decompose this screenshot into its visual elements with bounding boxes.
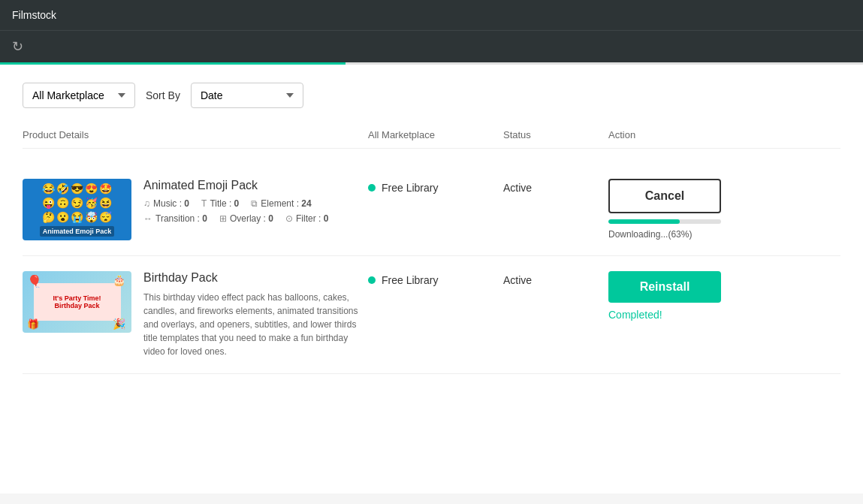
product-title-emoji: Animated Emoji Pack xyxy=(143,179,328,192)
stat-music: ♫ Music : 0 xyxy=(143,198,189,209)
stat-transition: ↔ Transition : 0 xyxy=(143,213,207,224)
product-info-birthday: 🎈 🎂 🎁 🎉 It's Party Time!Birthday Pack Bi… xyxy=(23,271,368,358)
completed-text: Completed! xyxy=(608,309,662,321)
music-icon: ♫ xyxy=(143,198,150,209)
col-marketplace: All Marketplace xyxy=(368,129,503,140)
product-description-birthday: This birthday video effect pack has ball… xyxy=(143,291,368,358)
element-icon: ⧉ xyxy=(251,198,258,209)
status-cell-birthday: Active xyxy=(503,271,608,286)
marketplace-filter[interactable]: All Marketplace Free Library Premium xyxy=(23,83,135,108)
status-dot-emoji xyxy=(368,184,376,192)
col-status: Status xyxy=(503,129,608,140)
download-text: Downloading...(63%) xyxy=(608,229,692,240)
marketplace-cell-birthday: Free Library xyxy=(368,271,503,286)
page-progress-fill xyxy=(0,62,346,65)
table-row: 🎈 🎂 🎁 🎉 It's Party Time!Birthday Pack Bi… xyxy=(23,256,840,374)
filter-row: All Marketplace Free Library Premium Sor… xyxy=(23,83,840,108)
table-header: Product Details All Marketplace Status A… xyxy=(23,129,840,149)
action-cell-emoji: Cancel Downloading...(63%) xyxy=(608,179,840,240)
sort-filter[interactable]: Date Name Size xyxy=(191,83,303,108)
col-action: Action xyxy=(608,129,840,140)
title-bar: Filmstock xyxy=(0,0,863,30)
product-title-birthday: Birthday Pack xyxy=(143,271,368,285)
cancel-button[interactable]: Cancel xyxy=(608,179,721,213)
table-row: 😂🤣😎😍🤩 😜🙃😏🥳😆 🤔😮😭🤯😴 Animated Emoji Pack An… xyxy=(23,164,840,256)
product-info-emoji: 😂🤣😎😍🤩 😜🙃😏🥳😆 🤔😮😭🤯😴 Animated Emoji Pack An… xyxy=(23,179,368,240)
stat-filter: ⊙ Filter : 0 xyxy=(285,213,328,224)
sort-by-label: Sort By xyxy=(146,89,180,101)
marketplace-label-birthday: Free Library xyxy=(382,274,438,286)
overlay-icon: ⊞ xyxy=(219,213,227,224)
status-cell-emoji: Active xyxy=(503,179,608,194)
title-icon: T xyxy=(201,198,207,209)
marketplace-cell-emoji: Free Library xyxy=(368,179,503,194)
toolbar: ↻ xyxy=(0,30,863,62)
stat-overlay: ⊞ Overlay : 0 xyxy=(219,213,273,224)
reinstall-button[interactable]: Reinstall xyxy=(608,271,721,303)
action-cell-birthday: Reinstall Completed! xyxy=(608,271,840,321)
app-title: Filmstock xyxy=(12,9,56,21)
transition-icon: ↔ xyxy=(143,213,152,224)
refresh-icon[interactable]: ↻ xyxy=(12,38,23,55)
download-progress-fill xyxy=(608,219,680,224)
product-thumbnail-emoji: 😂🤣😎😍🤩 😜🙃😏🥳😆 🤔😮😭🤯😴 Animated Emoji Pack xyxy=(23,179,131,240)
col-product-details: Product Details xyxy=(23,129,368,140)
status-dot-birthday xyxy=(368,276,376,284)
stats-grid-emoji: ♫ Music : 0 T Title : 0 ⧉ Element : 24 xyxy=(143,198,328,224)
download-progress-bar xyxy=(608,219,721,224)
stat-title: T Title : 0 xyxy=(201,198,239,209)
filter-icon: ⊙ xyxy=(285,213,293,224)
product-thumbnail-birthday: 🎈 🎂 🎁 🎉 It's Party Time!Birthday Pack xyxy=(23,271,131,333)
marketplace-label-emoji: Free Library xyxy=(382,182,438,194)
stat-element: ⧉ Element : 24 xyxy=(251,198,311,209)
page-progress-bar xyxy=(0,62,863,65)
main-content: All Marketplace Free Library Premium Sor… xyxy=(0,65,863,493)
download-progress-container: Downloading...(63%) xyxy=(608,219,721,240)
